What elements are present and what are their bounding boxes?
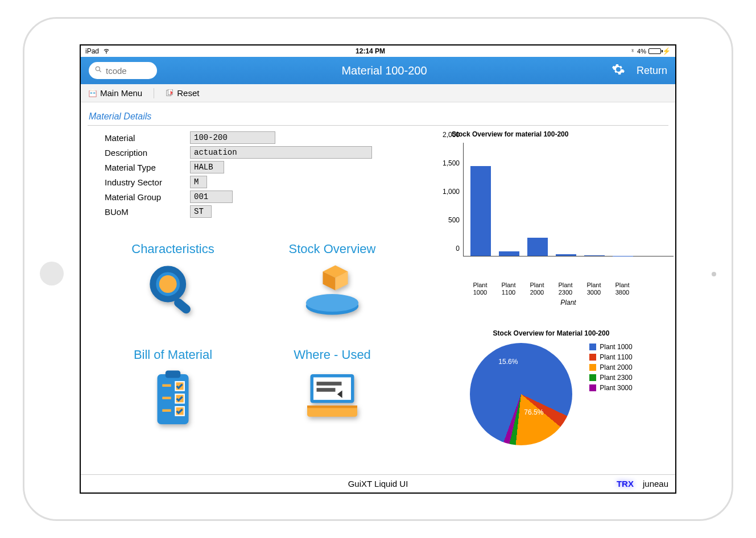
host-label: juneau bbox=[643, 479, 668, 489]
field-label-industry-sector: Industry Sector bbox=[105, 177, 190, 187]
legend-item: Plant 1100 bbox=[589, 353, 632, 361]
clock: 12:14 PM bbox=[356, 47, 385, 55]
field-value-industry-sector[interactable]: M bbox=[190, 176, 207, 188]
battery-icon: ⚡ bbox=[648, 47, 671, 55]
bar bbox=[584, 255, 605, 256]
bar bbox=[527, 238, 548, 256]
svg-point-0 bbox=[96, 67, 100, 71]
section-separator bbox=[88, 125, 668, 126]
app-screen: iPad 12:14 PM 4% ⚡ Material 100-200 bbox=[80, 44, 676, 494]
field-label-buom: BUoM bbox=[105, 207, 190, 217]
computer-icon bbox=[301, 368, 363, 419]
svg-rect-22 bbox=[317, 382, 342, 386]
bar-chart-x-labels: Plant1000Plant1100Plant2000Plant2300Plan… bbox=[463, 279, 674, 296]
legend-item: Plant 2300 bbox=[589, 374, 632, 382]
bar-chart-title: Stock Overview for material 100-200 bbox=[452, 130, 674, 138]
content-area: Material Details Material100-200 Descrip… bbox=[81, 102, 675, 452]
pie: 76.5% 15.6% bbox=[470, 343, 572, 445]
home-button[interactable] bbox=[40, 262, 64, 285]
field-label-material: Material bbox=[105, 133, 190, 143]
pie-chart: Stock Overview for Material 100-200 76.5… bbox=[429, 329, 674, 445]
tile-label: Bill of Material bbox=[110, 347, 236, 362]
return-button[interactable]: Return bbox=[637, 65, 667, 77]
toolbar: Main Menu Reset bbox=[81, 84, 675, 102]
tile-label: Stock Overview bbox=[270, 242, 395, 256]
tcode-search[interactable] bbox=[89, 62, 157, 79]
charts-panel: Stock Overview for material 100-20005001… bbox=[429, 130, 674, 445]
field-value-material-group[interactable]: 001 bbox=[190, 191, 233, 203]
conveyor-box-icon bbox=[301, 262, 363, 313]
svg-rect-3 bbox=[90, 92, 93, 94]
svg-line-1 bbox=[100, 71, 101, 72]
legend-item: Plant 2000 bbox=[589, 363, 632, 371]
section-title: Material Details bbox=[88, 109, 668, 124]
magnifier-icon bbox=[142, 262, 204, 313]
svg-rect-14 bbox=[162, 384, 171, 387]
app-header: Material 100-200 Return bbox=[81, 57, 675, 84]
svg-point-8 bbox=[159, 275, 177, 293]
camera-dot bbox=[712, 272, 716, 276]
legend-item: Plant 3000 bbox=[589, 384, 632, 392]
svg-rect-15 bbox=[162, 397, 171, 399]
field-value-description[interactable]: actuation bbox=[190, 146, 372, 159]
main-menu-button[interactable]: Main Menu bbox=[89, 88, 142, 98]
tcode-input[interactable] bbox=[106, 66, 146, 76]
svg-rect-23 bbox=[317, 388, 336, 392]
page-title: Material 100-200 bbox=[157, 64, 612, 77]
svg-point-11 bbox=[306, 294, 358, 312]
pie-chart-legend: Plant 1000Plant 1100Plant 2000Plant 2300… bbox=[589, 343, 632, 394]
clipboard-check-icon bbox=[142, 368, 204, 419]
field-label-material-type: Material Type bbox=[105, 163, 190, 172]
wifi-icon bbox=[102, 47, 110, 56]
ios-status-bar: iPad 12:14 PM 4% ⚡ bbox=[81, 45, 675, 57]
bar bbox=[556, 254, 576, 256]
field-value-material-type[interactable]: HALB bbox=[190, 161, 224, 173]
svg-rect-13 bbox=[166, 370, 180, 378]
reset-icon bbox=[166, 89, 173, 97]
field-label-description: Description bbox=[105, 148, 190, 158]
search-icon bbox=[94, 65, 102, 76]
footer: GuiXT Liquid UI TRX juneau bbox=[81, 474, 675, 493]
field-label-material-group: Material Group bbox=[105, 192, 190, 202]
footer-brand: GuiXT Liquid UI bbox=[348, 479, 408, 489]
bar-chart-x-title: Plant bbox=[463, 299, 674, 307]
material-fields: Material100-200 Descriptionactuation Mat… bbox=[88, 130, 389, 219]
reset-button[interactable]: Reset bbox=[166, 88, 199, 98]
bar bbox=[613, 256, 633, 256]
bluetooth-icon bbox=[630, 47, 635, 55]
svg-rect-4 bbox=[93, 92, 96, 94]
field-value-buom[interactable]: ST bbox=[190, 205, 212, 218]
bar bbox=[470, 166, 491, 256]
toolbar-separator bbox=[154, 88, 154, 98]
battery-percent: 4% bbox=[637, 48, 646, 55]
tile-characteristics[interactable]: Characteristics bbox=[110, 242, 236, 313]
main-menu-label: Main Menu bbox=[100, 88, 142, 98]
pie-slice-label: 76.5% bbox=[524, 408, 543, 416]
bar-chart: Stock Overview for material 100-20005001… bbox=[429, 130, 674, 307]
bar-chart-plot bbox=[463, 143, 674, 256]
legend-item: Plant 1000 bbox=[589, 343, 632, 351]
tile-label: Characteristics bbox=[110, 242, 236, 256]
pie-chart-title: Stock Overview for Material 100-200 bbox=[429, 329, 674, 337]
bar bbox=[499, 251, 519, 256]
svg-rect-25 bbox=[307, 405, 357, 408]
device-label: iPad bbox=[85, 47, 99, 55]
tile-bill-of-material[interactable]: Bill of Material bbox=[110, 347, 236, 419]
action-tiles: Characteristics Stock Overview Bill of M… bbox=[88, 219, 418, 442]
tile-label: Where - Used bbox=[270, 347, 395, 362]
reset-label: Reset bbox=[177, 88, 199, 98]
svg-rect-16 bbox=[162, 409, 171, 412]
field-value-material[interactable]: 100-200 bbox=[190, 131, 275, 144]
tile-where-used[interactable]: Where - Used bbox=[270, 347, 395, 419]
pie-slice-label: 15.6% bbox=[498, 358, 518, 366]
bar-chart-y-axis: 05001,0001,5002,000 bbox=[429, 143, 463, 279]
settings-button[interactable] bbox=[612, 63, 625, 78]
home-icon bbox=[89, 89, 97, 97]
tile-stock-overview[interactable]: Stock Overview bbox=[270, 242, 395, 313]
trx-badge[interactable]: TRX bbox=[617, 479, 634, 489]
